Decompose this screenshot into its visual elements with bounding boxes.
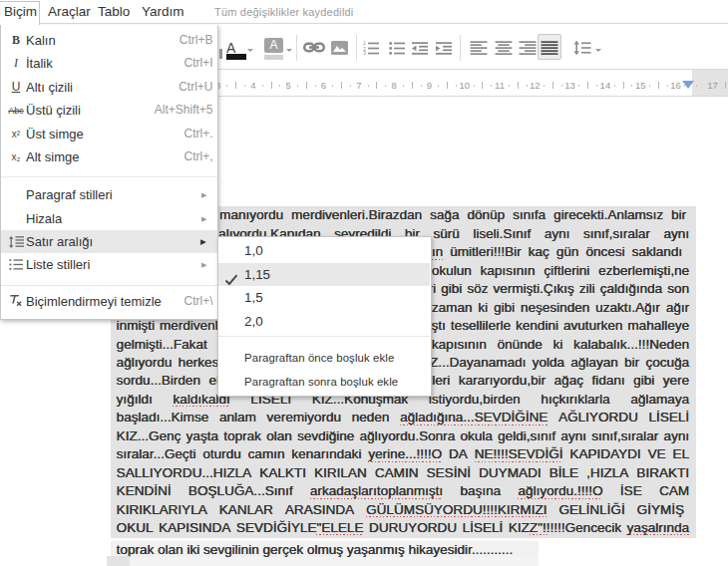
svg-text:3: 3 <box>363 51 366 56</box>
